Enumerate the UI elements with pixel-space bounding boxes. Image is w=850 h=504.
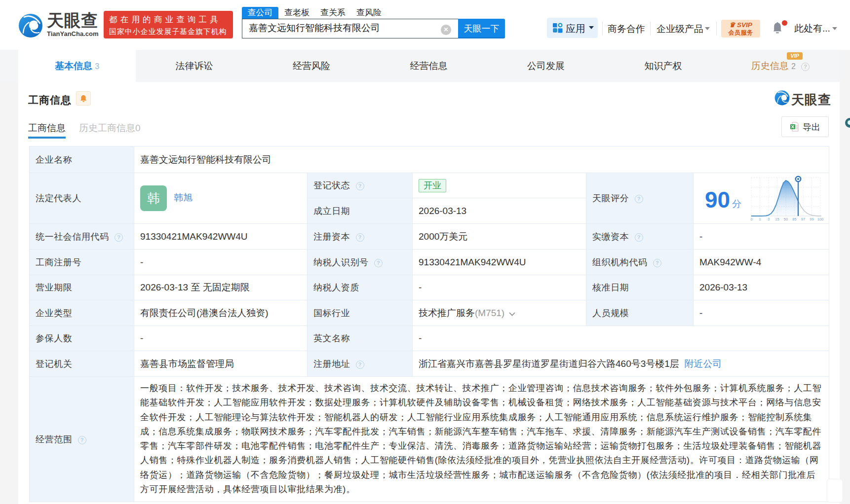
svg-text:85: 85 (792, 217, 796, 221)
svg-text:3: 3 (768, 217, 770, 221)
svg-text:0: 0 (750, 217, 752, 221)
svg-text:50: 50 (784, 217, 788, 221)
svg-text:100: 100 (817, 217, 824, 221)
svg-text:15: 15 (775, 217, 779, 221)
svg-text:99: 99 (810, 217, 813, 221)
svg-text:1: 1 (759, 217, 761, 221)
svg-text:97: 97 (801, 217, 805, 221)
